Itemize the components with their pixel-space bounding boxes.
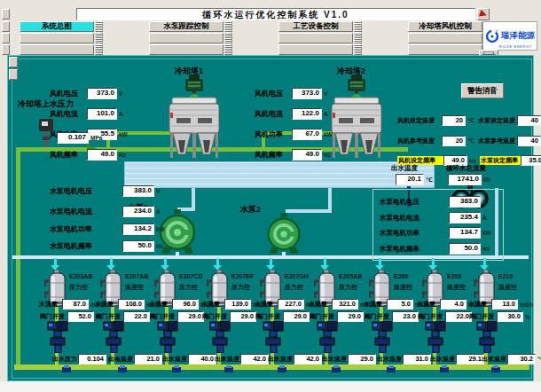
unit: V [324,90,327,97]
nav-cells [353,21,362,32]
unit: ℃ [537,356,541,363]
unit: m3/h [520,302,533,308]
pump-voltage-label: 水泵电机电压 [380,198,449,207]
flow-label: 水流量 [39,300,62,309]
flow-label: 水流量 [364,300,387,309]
total-flow-value: 1741.0 [448,174,482,185]
control-valve-icon[interactable] [46,321,69,353]
pump-frequency-label: 水泵电机频率 [50,241,122,251]
nav-tab-tower-fan-control[interactable]: 冷却塔风机控制 [408,21,482,32]
pump-current-value: 234.0 [122,206,154,217]
scroll-block[interactable] [9,57,18,67]
outlet-sensor-icon [172,365,181,372]
pump-power-label: 水泵电机功率 [380,229,449,238]
valve-open-value: 30.0 [497,311,523,322]
outlet-sensor-icon [224,365,233,372]
alarm-flag-button[interactable] [477,8,490,20]
scroll-block[interactable] [9,69,18,80]
pump-frequency-value: 50.0 [122,240,154,252]
valve-open-label: 阀门开度 [255,312,283,321]
nav-strip-cell[interactable] [2,33,10,43]
fan-ref-temp-value[interactable]: 20 [442,136,466,146]
nav-group: 系统总图 [20,21,103,32]
flow-down-arrow-icon [379,258,381,265]
fan-current-value: 122.0 [292,108,322,120]
fan-current-value: 101.0 [87,108,117,120]
fan-set-temp-value[interactable]: 20 [442,115,466,126]
control-valve-icon[interactable] [316,321,339,353]
flow-label: 水流量 [149,300,172,309]
control-valve-icon[interactable] [208,321,231,353]
cooling-tower2-icon [329,74,384,163]
control-valve-icon[interactable] [475,321,498,353]
nav-strip-cell[interactable] [2,9,10,20]
nav-tab-pump-tracking[interactable]: 水泵跟踪控制 [149,21,223,32]
water-basin [124,161,435,188]
outlet-sensor-icon [387,365,396,372]
outlet-sensor-icon [491,365,500,372]
valve-open-label: 阀门开度 [418,312,445,321]
pump-current-value: 235.4 [449,212,481,223]
nav-strip-cell[interactable] [2,44,10,55]
flow-down-arrow-icon [432,258,435,265]
outlet-label: 出水压力 [52,355,78,364]
nav-button-blank[interactable] [149,44,223,55]
fan-current-label: 风机电流 [255,109,292,119]
nav-button-blank[interactable] [408,33,482,43]
nav-strip-cell[interactable] [2,21,10,32]
exchanger-control-type: 温度控 [498,283,517,292]
valve-open-label: 阀门开度 [96,312,123,321]
control-valve-icon[interactable] [371,321,394,353]
pump-set-temp-value[interactable]: 40 [517,115,541,126]
nav-button-blank[interactable] [278,44,353,55]
unit: A [324,111,328,117]
pressure-sensor-icon [37,119,55,147]
exchanger-name: E210 [498,273,513,279]
pump-power-value: 134.2 [122,223,154,235]
nav-button-blank[interactable] [278,33,353,43]
nav-button-blank[interactable] [20,33,94,43]
alarm-mute-button[interactable]: 警告消音 [461,83,504,98]
flow-label: 水流量 [468,300,491,309]
nav-button-blank[interactable] [408,44,482,55]
fan-frequency-value: 49.0 [87,149,117,161]
control-valve-icon[interactable] [424,321,447,353]
fan-voltage-label: 风机电压 [255,89,292,98]
pump2-icon[interactable] [264,213,303,254]
flow-down-arrow-icon [110,258,113,265]
outlet-temp-value: 20.1 [396,174,424,185]
outlet-label: 出水温度 [162,355,188,364]
pump-ref-temp-value[interactable]: 40 [517,136,541,146]
pump-frequency-value: 50.0 [449,243,481,255]
unit: Hz [469,158,476,164]
unit: A [156,208,161,215]
fan-power-value: 67.0 [292,129,322,140]
hmi-screen: 循环水运行优化控制系统 V1.0 系统总图 水泵跟踪控制 工艺设备控制 冷却塔风… [0,0,541,392]
unit: A [482,215,487,221]
pump-power-label: 水泵电机功率 [50,224,122,234]
bottom-margin [0,381,541,392]
logo-swirl-icon [485,29,499,43]
unit: ℃ [426,176,433,184]
control-valve-icon[interactable] [102,321,125,353]
control-valve-icon[interactable] [156,321,179,353]
outlet-label: 出水温度 [482,355,507,364]
outlet-label: 出水温度 [430,355,456,364]
pump-set-freq-value[interactable]: 35.0 [521,155,541,166]
pump2-name: 水泵2 [240,204,261,216]
logo-subtitle: RUIZE ENERGY [499,44,532,49]
nav-button-blank[interactable] [20,44,94,55]
unit: Hz [156,243,163,249]
outlet-label: 出水温度 [377,355,403,364]
flow-label: 水流量 [201,300,224,309]
control-valve-icon[interactable] [262,321,285,353]
nav-cells [94,21,103,32]
nav-tab-process-equipment[interactable]: 工艺设备控制 [278,21,353,32]
nav-tab-system-overview[interactable]: 系统总图 [20,21,94,32]
flow-down-arrow-icon [483,258,486,265]
fan-ref-temp-label: 风机参考温度 [397,137,442,145]
nav-button-blank[interactable] [149,33,223,43]
fan-voltage-value: 373.0 [87,88,117,99]
unit: Hz [482,246,490,252]
supply-pressure-value: 0.107 [57,132,89,144]
